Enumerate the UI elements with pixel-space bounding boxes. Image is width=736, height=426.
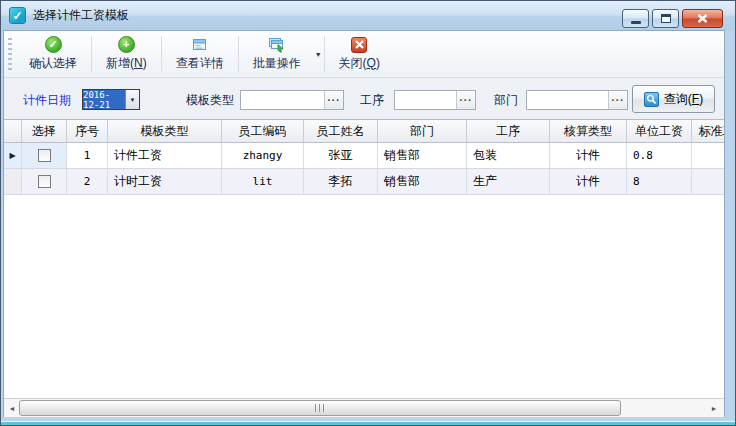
add-new-button[interactable]: + 新增(N) bbox=[94, 31, 159, 77]
process-cell: 包装 bbox=[467, 143, 550, 169]
header-standard-wage[interactable]: 标准工资 bbox=[692, 120, 724, 143]
template-type-cell: 计件工资 bbox=[108, 143, 222, 169]
filter-bar: 计件日期 2016-12-21 ▼ 模板类型 ··· 工序 ··· 部门 ··· bbox=[4, 78, 724, 120]
row-indicator-cell: ▶ bbox=[4, 143, 22, 169]
template-type-input[interactable] bbox=[241, 91, 324, 109]
calc-type-cell: 计件 bbox=[550, 143, 627, 169]
batch-operation-button[interactable]: 批量操作 bbox=[241, 31, 313, 77]
toolbar-separator bbox=[161, 36, 162, 72]
scrollbar-grip-icon bbox=[315, 404, 325, 412]
date-dropdown-button[interactable]: ▼ bbox=[125, 90, 139, 109]
piece-date-value: 2016-12-21 bbox=[83, 90, 125, 109]
employee-name-cell: 李拓 bbox=[304, 169, 378, 195]
client-area: ✓ 确认选择 + 新增(N) 查看详情 bbox=[3, 30, 725, 417]
plus-circle-icon: + bbox=[118, 36, 135, 53]
close-window-button[interactable]: 关闭(Q) bbox=[327, 31, 392, 77]
close-window-label: 关闭(Q) bbox=[339, 55, 380, 72]
form-icon bbox=[191, 36, 208, 53]
process-lookup-button[interactable]: ··· bbox=[456, 91, 475, 109]
query-button[interactable]: 查询(F) bbox=[632, 85, 715, 113]
minimize-button[interactable] bbox=[622, 9, 649, 28]
process-cell: 生产 bbox=[467, 169, 550, 195]
form-cursor-icon bbox=[268, 36, 285, 53]
template-type-cell: 计时工资 bbox=[108, 169, 222, 195]
window-bottom-border bbox=[1, 417, 735, 425]
toolbar-separator bbox=[238, 36, 239, 72]
scrollbar-thumb[interactable] bbox=[19, 400, 621, 416]
row-checkbox[interactable] bbox=[38, 175, 51, 188]
template-type-label: 模板类型 bbox=[186, 92, 234, 109]
department-editor: ··· bbox=[526, 90, 628, 110]
standard-wage-cell bbox=[692, 143, 724, 169]
minimize-icon bbox=[631, 21, 641, 24]
header-process[interactable]: 工序 bbox=[467, 120, 550, 143]
toolbar: ✓ 确认选择 + 新增(N) 查看详情 bbox=[4, 31, 724, 78]
maximize-button[interactable] bbox=[652, 9, 679, 28]
select-cell bbox=[22, 143, 67, 169]
grid-header-row: 选择 序号 模板类型 员工编码 员工姓名 部门 工序 核算类型 单位工资 标准工… bbox=[4, 120, 724, 143]
chevron-down-icon: ▼ bbox=[130, 97, 136, 103]
view-details-label: 查看详情 bbox=[176, 55, 224, 72]
select-cell bbox=[22, 169, 67, 195]
header-template-type[interactable]: 模板类型 bbox=[108, 120, 222, 143]
search-icon bbox=[644, 92, 659, 107]
close-icon bbox=[697, 14, 708, 23]
scroll-left-arrow-icon[interactable]: ◄ bbox=[4, 399, 20, 417]
header-department[interactable]: 部门 bbox=[378, 120, 467, 143]
employee-code-cell: zhangy bbox=[222, 143, 304, 169]
window-title: 选择计件工资模板 bbox=[33, 7, 129, 24]
maximize-icon bbox=[661, 14, 671, 23]
department-input[interactable] bbox=[527, 91, 608, 109]
piece-date-picker[interactable]: 2016-12-21 ▼ bbox=[82, 89, 140, 110]
view-details-button[interactable]: 查看详情 bbox=[164, 31, 236, 77]
add-new-label: 新增(N) bbox=[106, 55, 147, 72]
check-circle-icon: ✓ bbox=[45, 36, 62, 53]
header-index[interactable]: 序号 bbox=[67, 120, 108, 143]
template-type-editor: ··· bbox=[240, 90, 344, 110]
app-logo-icon: ✓ bbox=[9, 7, 26, 24]
confirm-select-label: 确认选择 bbox=[29, 55, 77, 72]
process-label: 工序 bbox=[360, 92, 384, 109]
header-unit-wage[interactable]: 单位工资 bbox=[627, 120, 692, 143]
toolbar-separator bbox=[91, 36, 92, 72]
unit-wage-cell: 0.8 bbox=[627, 143, 692, 169]
data-grid: 选择 序号 模板类型 员工编码 员工姓名 部门 工序 核算类型 单位工资 标准工… bbox=[4, 120, 724, 398]
piece-date-label: 计件日期 bbox=[23, 92, 71, 109]
row-indicator-cell bbox=[4, 169, 22, 195]
department-cell: 销售部 bbox=[378, 143, 467, 169]
batch-operation-label: 批量操作 bbox=[253, 55, 301, 72]
dialog-window: ✓ 选择计件工资模板 ✓ 确认选择 + 新增(N) bbox=[0, 0, 736, 426]
table-row[interactable]: 2 计时工资 lit 李拓 销售部 生产 计件 8 bbox=[4, 169, 724, 195]
unit-wage-cell: 8 bbox=[627, 169, 692, 195]
close-button[interactable] bbox=[682, 9, 723, 28]
header-indicator bbox=[4, 120, 22, 143]
department-lookup-button[interactable]: ··· bbox=[608, 91, 627, 109]
table-row[interactable]: ▶ 1 计件工资 zhangy 张亚 销售部 包装 计件 0.8 bbox=[4, 143, 724, 169]
title-bar[interactable]: ✓ 选择计件工资模板 bbox=[1, 1, 735, 30]
department-label: 部门 bbox=[494, 92, 518, 109]
employee-code-cell: lit bbox=[222, 169, 304, 195]
window-controls bbox=[622, 9, 723, 28]
index-cell: 2 bbox=[67, 169, 108, 195]
close-square-icon bbox=[351, 37, 367, 53]
focused-row-arrow-icon: ▶ bbox=[9, 151, 15, 160]
standard-wage-cell bbox=[692, 169, 724, 195]
header-calc-type[interactable]: 核算类型 bbox=[550, 120, 627, 143]
scroll-right-arrow-icon[interactable]: ► bbox=[706, 399, 722, 417]
employee-name-cell: 张亚 bbox=[304, 143, 378, 169]
header-employee-name[interactable]: 员工姓名 bbox=[304, 120, 378, 143]
header-select[interactable]: 选择 bbox=[22, 120, 67, 143]
toolbar-grip[interactable] bbox=[8, 38, 12, 70]
template-type-lookup-button[interactable]: ··· bbox=[324, 91, 343, 109]
header-employee-code[interactable]: 员工编码 bbox=[222, 120, 304, 143]
batch-dropdown-arrow-icon[interactable]: ▼ bbox=[315, 51, 322, 58]
process-editor: ··· bbox=[394, 90, 476, 110]
row-checkbox[interactable] bbox=[38, 149, 51, 162]
process-input[interactable] bbox=[395, 91, 456, 109]
calc-type-cell: 计件 bbox=[550, 169, 627, 195]
query-label: 查询(F) bbox=[664, 91, 703, 108]
index-cell: 1 bbox=[67, 143, 108, 169]
confirm-select-button[interactable]: ✓ 确认选择 bbox=[17, 31, 89, 77]
toolbar-separator bbox=[324, 36, 325, 72]
horizontal-scrollbar[interactable]: ◄ ► bbox=[4, 398, 724, 417]
